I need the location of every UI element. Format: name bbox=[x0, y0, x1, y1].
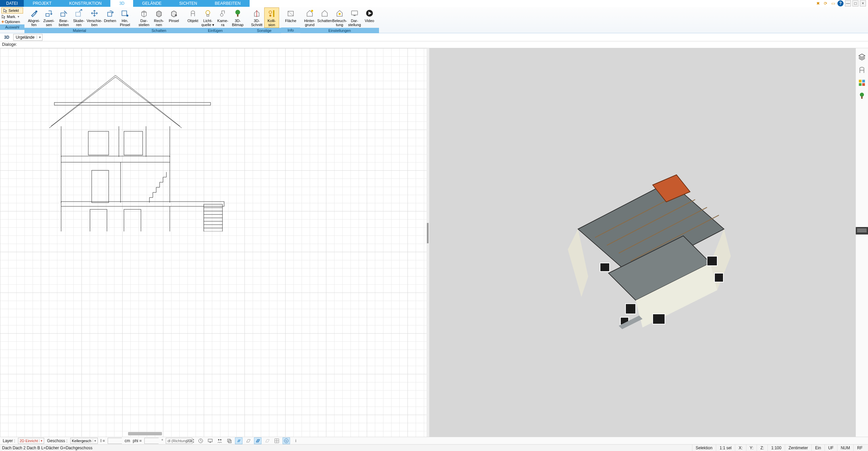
info-small-icon[interactable]: i bbox=[292, 437, 300, 444]
brush-back-icon bbox=[120, 8, 130, 18]
tree-icon bbox=[233, 8, 242, 18]
north-icon[interactable]: N bbox=[283, 437, 290, 444]
layers-icon[interactable] bbox=[858, 53, 866, 61]
svg-rect-75 bbox=[208, 439, 212, 442]
status-unit: Zentimeter bbox=[785, 445, 811, 451]
darstellung-button[interactable]: Dar- stellung bbox=[347, 7, 362, 28]
hinpinsel-button[interactable]: Hin. Pinsel bbox=[117, 7, 132, 28]
3d-bitmap-button[interactable]: 3D- Bitmap bbox=[230, 7, 245, 28]
drehen-button[interactable]: Drehen bbox=[103, 7, 117, 24]
svg-point-18 bbox=[311, 10, 313, 12]
status-x: X: bbox=[735, 445, 746, 451]
shadow-icon bbox=[320, 8, 329, 18]
close-icon[interactable]: × bbox=[860, 0, 866, 6]
svg-point-77 bbox=[218, 439, 219, 440]
maximize-icon[interactable]: □ bbox=[852, 0, 858, 6]
refresh-icon[interactable]: ⟳ bbox=[822, 0, 829, 6]
zuweisen-button[interactable]: Zuwei- sen bbox=[41, 7, 56, 28]
minimize-icon[interactable]: — bbox=[845, 0, 851, 6]
right-collapse-tab[interactable] bbox=[856, 227, 868, 234]
urgelaende-dropdown[interactable]: Urgelände ▾ bbox=[13, 34, 42, 41]
layer-select[interactable]: 2D Einricht▾ bbox=[18, 438, 44, 444]
kamera-button[interactable]: Kame- ra bbox=[215, 7, 230, 28]
chair-side-icon[interactable] bbox=[858, 66, 866, 74]
svg-rect-4 bbox=[108, 12, 112, 16]
svg-rect-12 bbox=[237, 14, 238, 17]
scrollbar-horizontal[interactable] bbox=[128, 432, 162, 435]
svg-rect-63 bbox=[715, 273, 723, 282]
kollision-button[interactable]: Kolli- sion bbox=[264, 7, 279, 28]
tab-datei[interactable]: DATEI bbox=[0, 0, 24, 7]
skalieren-button[interactable]: Skalie- ren bbox=[71, 7, 86, 28]
tools-icon[interactable]: ✖ bbox=[815, 0, 821, 6]
phi-input[interactable]: ▴▾ bbox=[144, 438, 159, 444]
schatten-button[interactable]: Schatten bbox=[317, 7, 332, 24]
view-2d[interactable] bbox=[0, 48, 427, 437]
window-icon[interactable]: ▭ bbox=[830, 0, 836, 6]
parallelogram3-icon[interactable] bbox=[254, 437, 261, 444]
group-einfuegen: Einfügen bbox=[183, 28, 247, 33]
group-schatten: Schatten bbox=[134, 28, 183, 33]
svg-point-72 bbox=[860, 93, 864, 97]
svg-rect-80 bbox=[229, 440, 231, 443]
video-button[interactable]: Video bbox=[362, 7, 377, 24]
help-icon[interactable]: ? bbox=[837, 0, 844, 6]
l-input[interactable]: ▴▾ bbox=[108, 438, 122, 444]
clock-icon[interactable] bbox=[197, 437, 204, 444]
flaeche-button[interactable]: Fläche bbox=[283, 7, 298, 24]
direction-field[interactable]: dl (Richtung/Di bbox=[166, 438, 192, 444]
urgelaende-value: Urgelände bbox=[14, 35, 36, 40]
parallelogram2-icon[interactable] bbox=[245, 437, 252, 444]
lichtquelle-button[interactable]: Licht- quelle ▾ bbox=[200, 7, 215, 28]
svg-rect-66 bbox=[653, 314, 665, 324]
geschoss-select[interactable]: Kellergesch▾ bbox=[70, 438, 98, 444]
tab-sichten[interactable]: SICHTEN bbox=[170, 0, 206, 7]
selekt-button[interactable]: Selekt bbox=[1, 7, 23, 14]
tab-3d[interactable]: 3D bbox=[110, 0, 133, 7]
chevron-down-icon: ▾ bbox=[39, 439, 44, 443]
tab-konstruktion[interactable]: KONSTRUKTION bbox=[60, 0, 110, 7]
verschieben-button[interactable]: Verschie- ben bbox=[86, 7, 103, 28]
palette-icon[interactable] bbox=[858, 79, 866, 87]
copy-icon[interactable] bbox=[225, 437, 233, 444]
group-auswahl: Auswahl bbox=[0, 24, 24, 30]
tab-gelaende[interactable]: GELÄNDE bbox=[133, 0, 170, 7]
status-z: Z: bbox=[757, 445, 767, 451]
darstellen-button[interactable]: Dar- stellen bbox=[137, 7, 151, 28]
parallelogram1-icon[interactable] bbox=[235, 437, 242, 444]
objekt-button[interactable]: Objekt bbox=[185, 7, 200, 24]
svg-rect-5 bbox=[122, 11, 127, 16]
optionen-button[interactable]: + Optionen bbox=[1, 20, 23, 24]
chevron-down-icon: ▾ bbox=[93, 439, 97, 443]
svg-rect-21 bbox=[354, 15, 356, 16]
tab-projekt[interactable]: PROJEKT bbox=[24, 0, 60, 7]
pinsel-button[interactable]: Pinsel bbox=[166, 7, 181, 24]
status-scale: 1:100 bbox=[767, 445, 785, 451]
beleuchtung-button[interactable]: Beleuch- tung bbox=[332, 7, 347, 28]
rechnen-button[interactable]: Rech- nen bbox=[151, 7, 166, 28]
mark-button[interactable]: Mark. bbox=[1, 14, 23, 19]
cube-icon bbox=[139, 8, 149, 18]
rotate-icon bbox=[105, 8, 115, 18]
abgreifen-button[interactable]: Abgrei- fen bbox=[26, 7, 41, 28]
people-icon[interactable] bbox=[216, 437, 223, 444]
deg-label: ° bbox=[161, 438, 163, 443]
grid-icon[interactable] bbox=[273, 437, 281, 444]
svg-rect-9 bbox=[207, 15, 209, 16]
tab-bearbeiten[interactable]: BEARBEITEN bbox=[206, 0, 250, 7]
splitter[interactable] bbox=[427, 48, 429, 437]
svg-rect-23 bbox=[54, 102, 211, 105]
3d-schnitt-button[interactable]: 3D- Schnitt bbox=[249, 7, 264, 28]
svg-text:N: N bbox=[285, 439, 287, 443]
svg-rect-16 bbox=[273, 10, 274, 17]
monitor-icon[interactable] bbox=[206, 437, 214, 444]
edit-icon bbox=[59, 8, 69, 18]
hintergrund-button[interactable]: Hinter- grund bbox=[302, 7, 317, 28]
view-3d[interactable] bbox=[429, 48, 856, 437]
parallelogram4-icon[interactable] bbox=[264, 437, 271, 444]
tree-side-icon[interactable] bbox=[858, 92, 866, 100]
status-sel: 1:1 sel bbox=[716, 445, 735, 451]
bearbeiten-button[interactable]: Bear- beiten bbox=[56, 7, 71, 28]
right-toolstrip bbox=[856, 48, 868, 437]
background-icon bbox=[305, 8, 314, 18]
